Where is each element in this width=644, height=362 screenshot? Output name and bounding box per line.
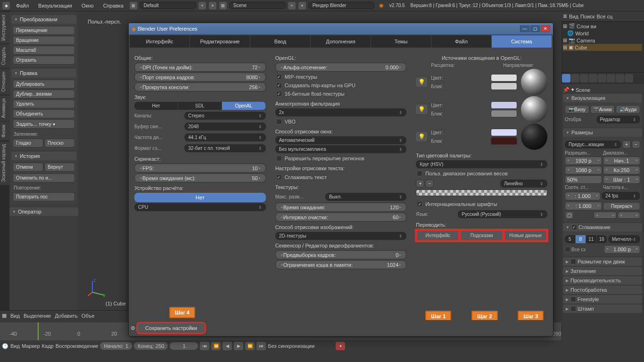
outliner-menu-search[interactable]: Поиск	[580, 14, 594, 19]
scale-button[interactable]: Масштаб	[13, 46, 75, 55]
light2-spec[interactable]	[491, 110, 517, 117]
preset-dropdown[interactable]: Предус...изации	[565, 140, 621, 148]
sound-sdl[interactable]: SDL	[178, 102, 222, 110]
preset-del-icon[interactable]: −	[632, 140, 640, 148]
translate-tooltips-button[interactable]: Подсказки	[461, 230, 503, 240]
repeat-last-button[interactable]: Повторить пос	[13, 192, 75, 201]
console-scrollback[interactable]: ◂Прокрутка консоли:256▸	[134, 82, 266, 91]
translate-button[interactable]: Перемещение	[13, 26, 75, 35]
samples-11[interactable]: 11	[586, 235, 597, 243]
text-aa-checkbox[interactable]	[276, 174, 282, 180]
redo-button[interactable]: Вернут	[44, 163, 75, 172]
tab-data-icon[interactable]	[625, 74, 633, 82]
ptab-system[interactable]: Система	[492, 35, 552, 48]
pixel-size[interactable]: ◂1.000 p▸	[604, 245, 640, 254]
tex-gc[interactable]: ◂Интервал очистки:60▸	[275, 213, 407, 222]
tab-modifiers-icon[interactable]	[616, 74, 624, 82]
rate-dropdown[interactable]: 44.1 кГц	[184, 133, 265, 141]
anim-button[interactable]: 🎬Аним	[590, 105, 615, 114]
tree-renderlayers[interactable]: ⊞ 🎬 Слои ви	[563, 23, 642, 30]
aspect-x[interactable]: ◂: 1.000▸	[565, 192, 601, 200]
light2-toggle[interactable]: 💡	[416, 105, 427, 114]
gpu-mipmaps-checkbox[interactable]	[276, 82, 282, 88]
ramp-add-icon[interactable]: +	[416, 180, 424, 188]
vp-menu-object[interactable]: Объе	[82, 313, 94, 319]
set-origin-button[interactable]: Задать... точку ▾	[13, 119, 75, 129]
menu-window[interactable]: Окно	[78, 2, 98, 9]
layout-dropdown[interactable]: Default	[140, 2, 196, 9]
light2-color[interactable]	[491, 101, 517, 109]
autokey-icon[interactable]: ●	[336, 342, 345, 350]
audio-button[interactable]: 🔊Ауди	[616, 105, 640, 114]
light1-toggle[interactable]: 💡	[416, 77, 427, 87]
tab-create[interactable]: Создать	[0, 44, 9, 68]
play-icon[interactable]: ▶	[234, 342, 243, 350]
duplicate-linked-button[interactable]: Дублир...вязями	[13, 90, 75, 99]
tab-scene-icon[interactable]	[580, 74, 588, 82]
outliner-menu-view[interactable]: Вид	[569, 14, 578, 19]
tl-menu-frame[interactable]: Кадр	[42, 343, 54, 349]
prefs-editor-icon[interactable]: ⚙	[131, 325, 135, 331]
remap-old[interactable]: ◂▸	[594, 212, 616, 219]
render-button[interactable]: 📷Визу	[565, 105, 589, 114]
jump-start-icon[interactable]: ⏮	[200, 342, 209, 350]
windowdraw-dropdown[interactable]: Автоматический	[275, 136, 407, 144]
frame-step[interactable]: ◂Шаг : 1▸	[603, 175, 640, 184]
panel-post[interactable]: Постобработка	[563, 286, 642, 294]
tab-object-icon[interactable]	[598, 74, 606, 82]
playhead[interactable]	[38, 322, 39, 340]
compute-cpu[interactable]: CPU	[134, 203, 266, 211]
panel-transform[interactable]: Преобразовани	[11, 15, 76, 24]
undo-button[interactable]: Отмени	[13, 163, 43, 172]
operator-header[interactable]: Оператор	[9, 207, 78, 216]
res-y[interactable]: ◂1080 p▸	[565, 166, 602, 174]
scene-datablock[interactable]: Scene	[576, 87, 590, 93]
translate-newdata-button[interactable]: Новые данные	[504, 230, 546, 240]
light3-spec[interactable]	[491, 137, 517, 145]
res-x[interactable]: ◂1920 p▸	[565, 156, 602, 165]
light1-spec[interactable]	[491, 82, 517, 90]
prefs-titlebar[interactable]: ◉ Blender User Preferences — ▢ ✕	[129, 23, 553, 34]
imagedraw-dropdown[interactable]: 2D-текстуры	[275, 232, 407, 240]
texlimit-dropdown[interactable]: Выкл.	[325, 193, 406, 201]
frame-end-field[interactable]: Конец:250	[134, 342, 168, 350]
vp-menu-add[interactable]: Добавить	[55, 313, 78, 319]
play-reverse-icon[interactable]: ◀	[223, 342, 232, 350]
scene-dropdown[interactable]: Scene	[229, 2, 286, 9]
region-overlap-checkbox[interactable]	[276, 156, 282, 161]
light1-direction[interactable]	[521, 69, 547, 95]
outliner-type-icon[interactable]: ≣	[563, 13, 567, 19]
alpha-clip[interactable]: ◂Альфа-отсечение:0.000▸	[275, 63, 407, 72]
border-toggle[interactable]: ▢	[565, 211, 574, 219]
language-dropdown[interactable]: Русский (Русский)	[458, 210, 547, 218]
tab-animation[interactable]: Анимаци	[0, 96, 9, 121]
panel-performance[interactable]: Производительность	[563, 276, 642, 285]
panel-edit[interactable]: Правка	[11, 69, 76, 77]
save-settings-button[interactable]: Сохранить настройки	[137, 323, 205, 333]
panel-stamp[interactable]: Штамп	[563, 304, 642, 313]
dpi-field[interactable]: ◂DPI (Точек на дюйм):72▸	[134, 63, 266, 72]
light1-color[interactable]	[491, 74, 517, 82]
tree-cube[interactable]: ⊞ ▣ Cube	[563, 44, 642, 51]
menu-help[interactable]: Справка	[99, 2, 127, 9]
layout-add-icon[interactable]: +	[198, 2, 206, 9]
ramp-del-icon[interactable]: −	[425, 180, 434, 188]
mirror-button[interactable]: Отразить	[13, 56, 75, 65]
shade-flat-button[interactable]: Плоско	[44, 139, 75, 148]
frame-start[interactable]: ◂Нач.:1▸	[603, 156, 640, 165]
vp-menu-select[interactable]: Выделение	[24, 313, 51, 319]
keyframe-prev-icon[interactable]: ⏪	[211, 342, 221, 350]
tab-render-icon[interactable]	[562, 74, 570, 82]
panel-history[interactable]: История	[11, 152, 76, 160]
panel-dimensions[interactable]: Размеры	[563, 128, 642, 137]
vp-menu-view[interactable]: Вид	[10, 313, 20, 319]
frame-end[interactable]: ◂Ко:250▸	[603, 166, 640, 174]
tab-layers-icon[interactable]	[571, 74, 579, 82]
panel-freestyle[interactable]: Freestyle	[563, 295, 642, 304]
tl-menu-view[interactable]: Вид	[10, 343, 20, 349]
tl-menu-playback[interactable]: Воспроизведение	[56, 343, 99, 349]
mixbuf-dropdown[interactable]: 2048	[184, 123, 265, 131]
light2-direction[interactable]	[521, 96, 547, 123]
screencast-wait[interactable]: ◂Время ожидания (мс):50▸	[134, 173, 266, 182]
panel-motionblur[interactable]: Размытие при движ	[563, 257, 642, 266]
